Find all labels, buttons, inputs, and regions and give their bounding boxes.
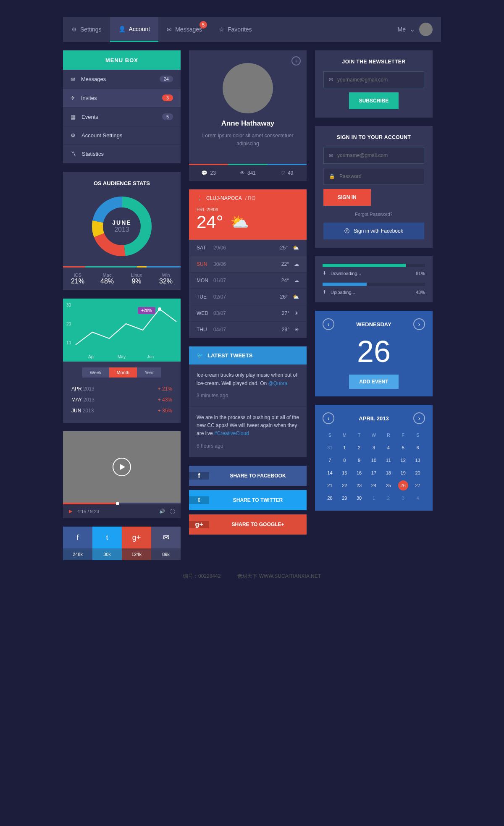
cal-day[interactable]: 9 bbox=[352, 455, 367, 465]
signin-button[interactable]: SIGN IN bbox=[323, 189, 371, 206]
cal-day[interactable]: 4 bbox=[381, 443, 396, 453]
play-button[interactable]: ▶ bbox=[69, 509, 72, 514]
menu-invites[interactable]: ✈Invites3 bbox=[63, 89, 181, 108]
share-twitter[interactable]: t bbox=[92, 527, 122, 548]
cal-day[interactable]: 20 bbox=[410, 468, 425, 478]
cal-day[interactable]: 2 bbox=[352, 443, 367, 453]
stat-views[interactable]: 👁841 bbox=[228, 165, 267, 181]
add-button[interactable]: + bbox=[291, 56, 301, 66]
donut-chart: JUNE2013 bbox=[90, 195, 153, 258]
count-badge: 3 bbox=[162, 94, 173, 101]
menu-events[interactable]: ▦Events5 bbox=[63, 108, 181, 126]
seg-week[interactable]: Week bbox=[82, 367, 109, 378]
event-card: ‹ WEDNESDAY › 26 ADD EVENT bbox=[315, 311, 433, 396]
cal-day[interactable]: 13 bbox=[410, 455, 425, 465]
tweet-link[interactable]: #CreativeCloud bbox=[214, 430, 249, 436]
signin-password-input[interactable]: 🔒 bbox=[323, 168, 424, 185]
newsletter-card: JOIN THE NEWSLETTER ✉ SUBSCRIBE bbox=[315, 50, 433, 118]
cal-day[interactable]: 21 bbox=[323, 480, 337, 490]
count-facebook: 248k bbox=[63, 548, 92, 560]
facebook-signin-button[interactable]: ⓕSign in with Facebook bbox=[323, 223, 424, 239]
nav-account[interactable]: 👤Account bbox=[110, 17, 159, 42]
cal-day[interactable]: 17 bbox=[367, 468, 381, 478]
share-google-button[interactable]: g+SHARE TO GOOGLE+ bbox=[189, 514, 307, 535]
tweet-link[interactable]: @Quora bbox=[268, 380, 288, 386]
seg-month[interactable]: Month bbox=[109, 367, 137, 378]
cal-day[interactable]: 1 bbox=[337, 443, 352, 453]
signin-email-input[interactable]: ✉ bbox=[323, 147, 424, 164]
share-facebook-button[interactable]: fSHARE TO FACEBOOK bbox=[189, 466, 307, 486]
subscribe-button[interactable]: SUBSCRIBE bbox=[349, 92, 399, 109]
cal-day[interactable]: 29 bbox=[337, 493, 352, 503]
cal-day[interactable]: 16 bbox=[352, 468, 367, 478]
cal-day[interactable]: 30 bbox=[352, 493, 367, 503]
weather-icon: ☀ bbox=[294, 310, 299, 316]
cal-day[interactable]: 2 bbox=[381, 493, 396, 503]
cal-day[interactable]: 4 bbox=[410, 493, 425, 503]
stats-row: iOS21% Mac48% Linux9% Win32% bbox=[63, 267, 181, 290]
cal-day[interactable]: 1 bbox=[367, 493, 381, 503]
progress-row: ⬆Uploading...43% bbox=[323, 289, 425, 295]
cal-day[interactable]: 26 bbox=[398, 480, 408, 490]
weather-row[interactable]: SAT29/0625°⛅ bbox=[189, 240, 307, 256]
gear-icon: ⚙ bbox=[71, 132, 76, 139]
share-email[interactable]: ✉ bbox=[151, 527, 181, 548]
volume-icon[interactable]: 🔊 bbox=[159, 509, 165, 514]
weather-row[interactable]: TUE02/0726°⛅ bbox=[189, 289, 307, 305]
nav-messages[interactable]: ✉Messages5 bbox=[158, 17, 210, 42]
share-facebook[interactable]: f bbox=[63, 527, 92, 548]
cal-day[interactable]: 8 bbox=[337, 455, 352, 465]
weather-row[interactable]: MON01/0724°☁ bbox=[189, 273, 307, 289]
cal-day[interactable]: 22 bbox=[337, 480, 352, 490]
weather-row[interactable]: SUN30/0622°☁ bbox=[189, 256, 307, 273]
user-menu[interactable]: Me⌄ bbox=[389, 17, 441, 42]
prev-month-button[interactable]: ‹ bbox=[323, 412, 334, 424]
mail-icon: ✉ bbox=[167, 26, 172, 33]
weather-icon: ⛅ bbox=[230, 213, 249, 231]
cal-day[interactable]: 19 bbox=[396, 468, 410, 478]
menu-statistics[interactable]: 〽Statistics bbox=[63, 145, 181, 163]
share-twitter-button[interactable]: tSHARE TO TWITTER bbox=[189, 490, 307, 510]
cal-day[interactable]: 24 bbox=[367, 480, 381, 490]
cal-day[interactable]: 14 bbox=[323, 468, 337, 478]
cal-day[interactable]: 28 bbox=[323, 493, 337, 503]
cal-day[interactable]: 12 bbox=[396, 455, 410, 465]
fullscreen-icon[interactable]: ⛶ bbox=[170, 509, 175, 514]
cal-day[interactable]: 31 bbox=[323, 443, 337, 453]
video-screen[interactable] bbox=[63, 431, 181, 503]
weather-row[interactable]: WED03/0727°☀ bbox=[189, 305, 307, 322]
cal-day[interactable]: 11 bbox=[381, 455, 396, 465]
cal-day[interactable]: 6 bbox=[410, 443, 425, 453]
forgot-password-link[interactable]: Forgot Password? bbox=[323, 212, 424, 217]
facebook-icon: f bbox=[189, 472, 209, 480]
video-progress[interactable] bbox=[63, 503, 181, 504]
menu-account-settings[interactable]: ⚙Account Settings bbox=[63, 126, 181, 145]
next-day-button[interactable]: › bbox=[413, 318, 425, 330]
cal-day[interactable]: 25 bbox=[381, 480, 396, 490]
stat-comments[interactable]: 💬23 bbox=[189, 165, 228, 181]
cal-day[interactable]: 23 bbox=[352, 480, 367, 490]
nav-settings[interactable]: ⚙Settings bbox=[63, 17, 110, 42]
profile-avatar bbox=[223, 63, 273, 113]
weather-row[interactable]: THU04/0729°☀ bbox=[189, 322, 307, 338]
cal-day[interactable]: 10 bbox=[367, 455, 381, 465]
email-input[interactable]: ✉ bbox=[323, 71, 424, 88]
cal-day[interactable]: 5 bbox=[396, 443, 410, 453]
menu-messages[interactable]: ✉Messages24 bbox=[63, 70, 181, 89]
cal-day[interactable]: 3 bbox=[367, 443, 381, 453]
share-google[interactable]: g+ bbox=[122, 527, 151, 548]
cal-day[interactable]: 7 bbox=[323, 455, 337, 465]
cal-day[interactable]: 3 bbox=[396, 493, 410, 503]
seg-year[interactable]: Year bbox=[137, 367, 161, 378]
cal-day[interactable]: 27 bbox=[410, 480, 425, 490]
cal-day[interactable]: 15 bbox=[337, 468, 352, 478]
stat-likes[interactable]: ♡49 bbox=[268, 165, 307, 181]
next-month-button[interactable]: › bbox=[413, 412, 425, 424]
cal-day[interactable]: 18 bbox=[381, 468, 396, 478]
nav-favorites[interactable]: ☆Favorites bbox=[210, 17, 260, 42]
progress-row: ⬇Downloading...81% bbox=[323, 270, 425, 276]
video-time: 4:15 / 9:23 bbox=[77, 509, 99, 514]
add-event-button[interactable]: ADD EVENT bbox=[349, 375, 398, 389]
progress-card: ⬇Downloading...81% ⬆Uploading...43% bbox=[315, 256, 433, 302]
prev-day-button[interactable]: ‹ bbox=[323, 318, 334, 330]
